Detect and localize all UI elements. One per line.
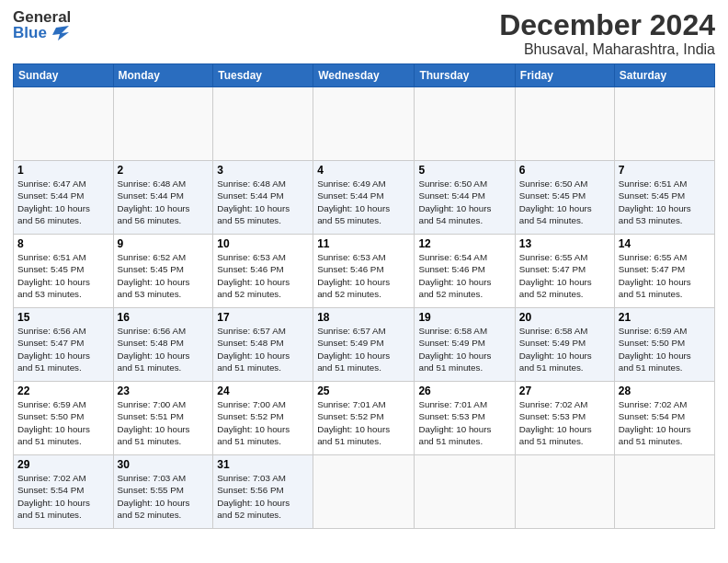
day-info: Sunrise: 6:48 AMSunset: 5:44 PMDaylight:… — [217, 178, 309, 226]
day-info: Sunrise: 6:57 AMSunset: 5:49 PMDaylight:… — [317, 325, 410, 373]
day-number: 23 — [118, 385, 210, 397]
day-number: 31 — [217, 458, 309, 471]
calendar-cell: 10Sunrise: 6:53 AMSunset: 5:46 PMDayligh… — [213, 235, 313, 308]
day-info: Sunrise: 6:56 AMSunset: 5:48 PMDaylight:… — [118, 325, 210, 373]
day-number: 6 — [519, 164, 610, 177]
day-number: 30 — [118, 458, 210, 471]
col-friday: Friday — [515, 64, 614, 87]
calendar-cell: 13Sunrise: 6:55 AMSunset: 5:47 PMDayligh… — [515, 235, 614, 308]
calendar-week-4: 22Sunrise: 6:59 AMSunset: 5:50 PMDayligh… — [14, 382, 715, 455]
calendar-cell — [415, 87, 515, 161]
day-number: 20 — [519, 311, 610, 324]
calendar-week-1: 1Sunrise: 6:47 AMSunset: 5:44 PMDaylight… — [14, 161, 715, 235]
day-number: 1 — [17, 164, 109, 177]
day-info: Sunrise: 7:03 AMSunset: 5:55 PMDaylight:… — [118, 472, 210, 521]
day-number: 16 — [118, 311, 210, 324]
calendar-cell: 7Sunrise: 6:51 AMSunset: 5:45 PMDaylight… — [614, 161, 714, 235]
day-number: 19 — [418, 311, 510, 324]
day-number: 28 — [619, 385, 711, 397]
day-number: 9 — [118, 237, 210, 250]
calendar-body: 1Sunrise: 6:47 AMSunset: 5:44 PMDaylight… — [14, 87, 715, 529]
calendar-cell: 16Sunrise: 6:56 AMSunset: 5:48 PMDayligh… — [113, 308, 213, 382]
day-info: Sunrise: 7:02 AMSunset: 5:54 PMDaylight:… — [619, 398, 711, 447]
calendar-cell: 5Sunrise: 6:50 AMSunset: 5:44 PMDaylight… — [415, 161, 515, 235]
day-info: Sunrise: 6:55 AMSunset: 5:47 PMDaylight:… — [619, 251, 711, 300]
day-number: 5 — [418, 164, 510, 177]
calendar-week-0 — [14, 87, 715, 161]
calendar-header-row: Sunday Monday Tuesday Wednesday Thursday… — [14, 64, 715, 87]
calendar-cell — [515, 455, 614, 529]
calendar-cell: 12Sunrise: 6:54 AMSunset: 5:46 PMDayligh… — [415, 235, 515, 308]
logo-bird-icon — [49, 26, 69, 40]
calendar-cell: 18Sunrise: 6:57 AMSunset: 5:49 PMDayligh… — [313, 308, 415, 382]
calendar-cell: 6Sunrise: 6:50 AMSunset: 5:45 PMDaylight… — [515, 161, 614, 235]
day-info: Sunrise: 7:02 AMSunset: 5:54 PMDaylight:… — [17, 472, 109, 521]
day-number: 21 — [619, 311, 711, 324]
col-saturday: Saturday — [614, 64, 714, 87]
day-info: Sunrise: 7:03 AMSunset: 5:56 PMDaylight:… — [217, 472, 309, 521]
day-info: Sunrise: 7:00 AMSunset: 5:52 PMDaylight:… — [217, 398, 309, 447]
calendar-cell: 9Sunrise: 6:52 AMSunset: 5:45 PMDaylight… — [113, 235, 213, 308]
calendar-cell: 22Sunrise: 6:59 AMSunset: 5:50 PMDayligh… — [14, 382, 114, 455]
day-number: 7 — [619, 164, 711, 177]
calendar-cell: 27Sunrise: 7:02 AMSunset: 5:53 PMDayligh… — [515, 382, 614, 455]
day-info: Sunrise: 6:50 AMSunset: 5:45 PMDaylight:… — [519, 178, 610, 226]
day-number: 3 — [217, 164, 309, 177]
calendar-cell: 15Sunrise: 6:56 AMSunset: 5:47 PMDayligh… — [14, 308, 114, 382]
day-number: 11 — [317, 237, 410, 250]
day-info: Sunrise: 7:00 AMSunset: 5:51 PMDaylight:… — [118, 398, 210, 447]
day-info: Sunrise: 6:58 AMSunset: 5:49 PMDaylight:… — [418, 325, 510, 373]
calendar-cell — [515, 87, 614, 161]
calendar-table: Sunday Monday Tuesday Wednesday Thursday… — [13, 63, 715, 529]
calendar-cell: 20Sunrise: 6:58 AMSunset: 5:49 PMDayligh… — [515, 308, 614, 382]
header: General Blue December 2024 Bhusaval, Mah… — [13, 9, 715, 58]
day-info: Sunrise: 6:51 AMSunset: 5:45 PMDaylight:… — [619, 178, 711, 226]
day-number: 17 — [217, 311, 309, 324]
calendar-week-2: 8Sunrise: 6:51 AMSunset: 5:45 PMDaylight… — [14, 235, 715, 308]
day-info: Sunrise: 6:57 AMSunset: 5:48 PMDaylight:… — [217, 325, 309, 373]
calendar-cell: 26Sunrise: 7:01 AMSunset: 5:53 PMDayligh… — [415, 382, 515, 455]
calendar-cell — [614, 455, 714, 529]
calendar-cell: 14Sunrise: 6:55 AMSunset: 5:47 PMDayligh… — [614, 235, 714, 308]
day-info: Sunrise: 6:59 AMSunset: 5:50 PMDaylight:… — [17, 398, 109, 447]
day-number: 10 — [217, 237, 309, 250]
calendar-cell — [113, 87, 213, 161]
day-number: 14 — [619, 237, 711, 250]
calendar-cell: 11Sunrise: 6:53 AMSunset: 5:46 PMDayligh… — [313, 235, 415, 308]
calendar-cell: 31Sunrise: 7:03 AMSunset: 5:56 PMDayligh… — [213, 455, 313, 529]
col-monday: Monday — [113, 64, 213, 87]
day-info: Sunrise: 7:02 AMSunset: 5:53 PMDaylight:… — [519, 398, 610, 447]
day-number: 26 — [418, 385, 510, 397]
calendar-cell — [313, 455, 415, 529]
calendar-cell: 19Sunrise: 6:58 AMSunset: 5:49 PMDayligh… — [415, 308, 515, 382]
calendar-subtitle: Bhusaval, Maharashtra, India — [499, 41, 715, 58]
calendar-cell: 28Sunrise: 7:02 AMSunset: 5:54 PMDayligh… — [614, 382, 714, 455]
day-info: Sunrise: 6:56 AMSunset: 5:47 PMDaylight:… — [17, 325, 109, 373]
calendar-cell: 1Sunrise: 6:47 AMSunset: 5:44 PMDaylight… — [14, 161, 114, 235]
calendar-cell: 2Sunrise: 6:48 AMSunset: 5:44 PMDaylight… — [113, 161, 213, 235]
day-info: Sunrise: 6:59 AMSunset: 5:50 PMDaylight:… — [619, 325, 711, 373]
day-number: 15 — [17, 311, 109, 324]
calendar-cell — [313, 87, 415, 161]
col-sunday: Sunday — [14, 64, 114, 87]
calendar-cell: 25Sunrise: 7:01 AMSunset: 5:52 PMDayligh… — [313, 382, 415, 455]
day-info: Sunrise: 6:49 AMSunset: 5:44 PMDaylight:… — [317, 178, 410, 226]
day-number: 8 — [17, 237, 109, 250]
day-number: 22 — [17, 385, 109, 397]
day-info: Sunrise: 7:01 AMSunset: 5:52 PMDaylight:… — [317, 398, 410, 447]
day-number: 29 — [17, 458, 109, 471]
calendar-cell: 24Sunrise: 7:00 AMSunset: 5:52 PMDayligh… — [213, 382, 313, 455]
day-info: Sunrise: 6:52 AMSunset: 5:45 PMDaylight:… — [118, 251, 210, 300]
day-number: 25 — [317, 385, 410, 397]
calendar-cell: 29Sunrise: 7:02 AMSunset: 5:54 PMDayligh… — [14, 455, 114, 529]
calendar-week-5: 29Sunrise: 7:02 AMSunset: 5:54 PMDayligh… — [14, 455, 715, 529]
day-info: Sunrise: 6:55 AMSunset: 5:47 PMDaylight:… — [519, 251, 610, 300]
col-tuesday: Tuesday — [213, 64, 313, 87]
col-thursday: Thursday — [415, 64, 515, 87]
calendar-cell: 3Sunrise: 6:48 AMSunset: 5:44 PMDaylight… — [213, 161, 313, 235]
calendar-week-3: 15Sunrise: 6:56 AMSunset: 5:47 PMDayligh… — [14, 308, 715, 382]
day-info: Sunrise: 6:53 AMSunset: 5:46 PMDaylight:… — [217, 251, 309, 300]
day-number: 2 — [118, 164, 210, 177]
day-number: 24 — [217, 385, 309, 397]
logo-blue: Blue — [13, 25, 71, 40]
